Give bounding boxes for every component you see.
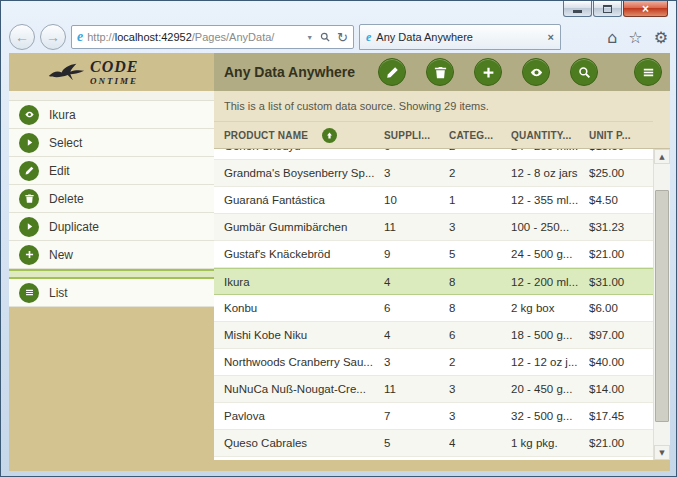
sidebar-item-list[interactable]: List bbox=[9, 279, 214, 307]
sort-ascending-icon bbox=[322, 128, 337, 143]
table-row[interactable]: NuNuCa Nuß-Nougat-Cre...11320 - 450 g...… bbox=[214, 376, 653, 403]
arrow-right-icon bbox=[19, 217, 39, 237]
close-button[interactable]: × bbox=[623, 1, 668, 17]
table-row[interactable]: Ikura4812 - 200 ml...$31.00 bbox=[214, 268, 653, 295]
cell-quantity-per-unit: 1 kg pkg. bbox=[511, 437, 589, 449]
new-button[interactable] bbox=[474, 58, 502, 86]
sidebar-item-ikura[interactable]: Ikura bbox=[9, 101, 214, 129]
cell-product-name: NuNuCa Nuß-Nougat-Cre... bbox=[214, 383, 384, 395]
app-header: CODE ONTIME Any Data Anywhere bbox=[9, 53, 670, 91]
table-row[interactable]: Queso Cabrales541 kg pkg.$21.00 bbox=[214, 430, 653, 457]
cell-category: 5 bbox=[449, 248, 511, 260]
cell-supplier: 4 bbox=[384, 329, 449, 341]
cell-unit-price: $17.45 bbox=[589, 410, 653, 422]
forward-button[interactable]: → bbox=[40, 24, 66, 50]
page-content: IkuraSelectEditDeleteDuplicateNewList Th… bbox=[9, 91, 670, 460]
table-row[interactable]: Pavlova7332 - 500 g...$17.45 bbox=[214, 403, 653, 430]
cell-unit-price: $97.00 bbox=[589, 329, 653, 341]
window-titlebar[interactable]: × bbox=[1, 1, 676, 21]
menu-button[interactable] bbox=[634, 58, 662, 86]
cell-category: 1 bbox=[449, 194, 511, 206]
cell-category: 4 bbox=[449, 437, 511, 449]
main-panel: This is a list of custom data source. Sh… bbox=[214, 91, 653, 460]
scroll-down-icon[interactable]: ▼ bbox=[654, 445, 670, 460]
sidebar-item-duplicate[interactable]: Duplicate bbox=[9, 213, 214, 241]
cell-quantity-per-unit: 12 - 8 oz jars bbox=[511, 167, 589, 179]
url-text[interactable]: http://localhost:42952/Pages/AnyData/ bbox=[87, 31, 302, 43]
scrollbar-top-gap bbox=[653, 91, 670, 149]
cell-category: 3 bbox=[449, 383, 511, 395]
table-row[interactable]: Gustaf's Knäckebröd9524 - 500 g...$21.00 bbox=[214, 241, 653, 268]
cell-product-name: Northwoods Cranberry Sau... bbox=[214, 356, 384, 368]
cell-supplier: 6 bbox=[384, 302, 449, 314]
sidebar-spacer bbox=[9, 91, 214, 101]
hamburger-icon bbox=[19, 283, 39, 303]
cell-category: 2 bbox=[449, 167, 511, 179]
table-row[interactable]: Mishi Kobe Niku4618 - 500 g...$97.00 bbox=[214, 322, 653, 349]
view-button[interactable] bbox=[522, 58, 550, 86]
table-row[interactable]: Konbu682 kg box$6.00 bbox=[214, 295, 653, 322]
sidebar-item-label: Edit bbox=[49, 164, 70, 178]
cell-unit-price: $25.00 bbox=[589, 167, 653, 179]
sidebar-item-delete[interactable]: Delete bbox=[9, 185, 214, 213]
minimize-button[interactable] bbox=[563, 1, 592, 17]
cell-product-name: Guaraná Fantástica bbox=[214, 194, 384, 206]
table-row[interactable]: Gumbär Gummibärchen113100 - 250...$31.23 bbox=[214, 214, 653, 241]
close-icon: × bbox=[642, 2, 649, 16]
table-row[interactable]: Genen Shouyu6224 - 250 ml...$15.50 bbox=[214, 149, 653, 160]
ie-icon: e bbox=[77, 29, 83, 45]
column-header[interactable]: QUANTITY... bbox=[511, 130, 589, 141]
sidebar-item-select[interactable]: Select bbox=[9, 129, 214, 157]
browser-tab[interactable]: e Any Data Anywhere × bbox=[359, 24, 561, 50]
table-body: Genen Shouyu6224 - 250 ml...$15.50Grandm… bbox=[214, 149, 653, 460]
sidebar-item-edit[interactable]: Edit bbox=[9, 157, 214, 185]
scrollbar-track[interactable] bbox=[654, 164, 670, 445]
search-button[interactable] bbox=[570, 58, 598, 86]
favorites-star-icon[interactable]: ☆ bbox=[628, 28, 642, 47]
cell-quantity-per-unit: 24 - 500 g... bbox=[511, 248, 589, 260]
tab-close-icon[interactable]: × bbox=[548, 31, 554, 43]
delete-button[interactable] bbox=[426, 58, 454, 86]
scrollbar-thumb[interactable] bbox=[655, 190, 669, 422]
back-button[interactable]: ← bbox=[9, 24, 35, 50]
cell-unit-price: $21.00 bbox=[589, 437, 653, 449]
cell-quantity-per-unit: 18 - 500 g... bbox=[511, 329, 589, 341]
column-header[interactable]: UNIT P... bbox=[589, 130, 653, 141]
sidebar-item-label: New bbox=[49, 248, 73, 262]
cell-unit-price: $6.00 bbox=[589, 302, 653, 314]
cell-quantity-per-unit: 100 - 250... bbox=[511, 221, 589, 233]
cell-supplier: 3 bbox=[384, 167, 449, 179]
table-header: PRODUCT NAMESUPPLI...CATEG...QUANTITY...… bbox=[214, 122, 653, 149]
address-dropdown-icon[interactable]: ▼ bbox=[306, 34, 313, 41]
hamburger-icon bbox=[641, 65, 656, 80]
cell-unit-price: $15.50 bbox=[589, 149, 653, 152]
search-icon[interactable] bbox=[319, 31, 331, 43]
app-page: CODE ONTIME Any Data Anywhere IkuraSelec… bbox=[9, 53, 670, 471]
table-row[interactable]: Northwoods Cranberry Sau...3212 - 12 oz … bbox=[214, 349, 653, 376]
settings-gear-icon[interactable]: ⚙ bbox=[654, 28, 668, 47]
table-row[interactable]: Grandma's Boysenberry Sp...3212 - 8 oz j… bbox=[214, 160, 653, 187]
cell-supplier: 5 bbox=[384, 437, 449, 449]
column-header[interactable]: CATEG... bbox=[449, 130, 511, 141]
refresh-icon[interactable]: ↻ bbox=[337, 30, 348, 45]
maximize-button[interactable] bbox=[593, 1, 622, 17]
logo-text-ontime: ONTIME bbox=[90, 76, 138, 86]
address-bar[interactable]: e http://localhost:42952/Pages/AnyData/ … bbox=[71, 25, 354, 49]
status-text: This is a list of custom data source. Sh… bbox=[214, 91, 653, 122]
home-icon[interactable]: ⌂ bbox=[607, 28, 617, 47]
cell-product-name: Gustaf's Knäckebröd bbox=[214, 248, 384, 260]
minimize-icon bbox=[573, 10, 582, 13]
sidebar-menu: IkuraSelectEditDeleteDuplicateNewList bbox=[9, 91, 214, 460]
magnifier-icon bbox=[577, 65, 592, 80]
column-header[interactable]: SUPPLI... bbox=[384, 130, 449, 141]
edit-button[interactable] bbox=[378, 58, 406, 86]
sidebar-item-label: List bbox=[49, 286, 68, 300]
cell-quantity-per-unit: 12 - 200 ml... bbox=[511, 276, 589, 288]
cell-product-name: Genen Shouyu bbox=[214, 149, 384, 152]
table-row[interactable]: Guaraná Fantástica10112 - 355 ml...$4.50 bbox=[214, 187, 653, 214]
scroll-up-icon[interactable]: ▲ bbox=[654, 149, 670, 164]
vertical-scrollbar[interactable]: ▲ ▼ bbox=[653, 149, 670, 460]
plus-icon bbox=[481, 65, 496, 80]
sidebar-item-new[interactable]: New bbox=[9, 241, 214, 269]
column-header[interactable]: PRODUCT NAME bbox=[214, 128, 384, 143]
